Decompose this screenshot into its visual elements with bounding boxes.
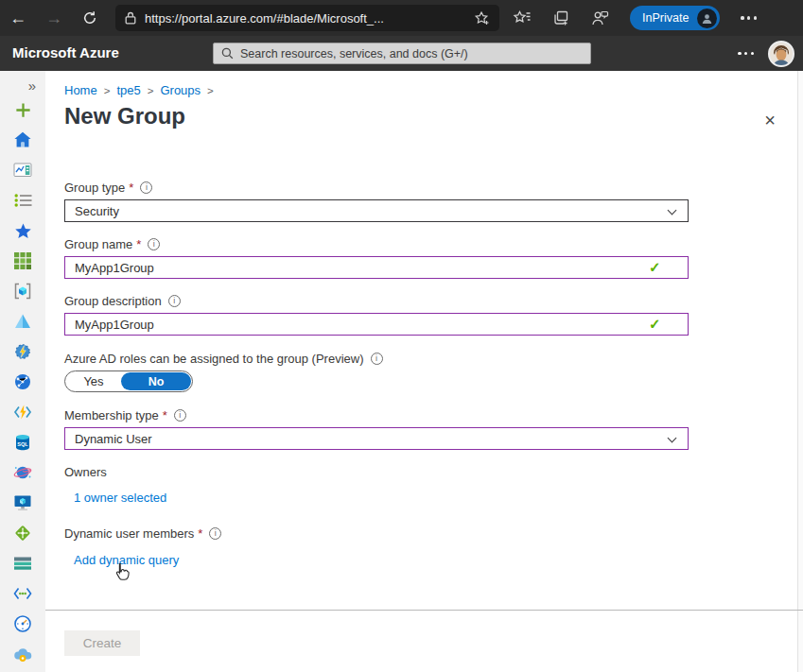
- pyramid-icon: [13, 313, 32, 330]
- dynamic-members-label: Dynamic user members* i: [64, 526, 221, 541]
- azure-more-icon[interactable]: [738, 52, 754, 55]
- gear-lightning-icon: [13, 342, 32, 361]
- breadcrumb: Home > tpe5 > Groups >: [64, 83, 214, 97]
- group-type-value: Security: [75, 204, 119, 218]
- sidebar-item-quickstart[interactable]: [0, 336, 45, 367]
- info-icon[interactable]: i: [168, 295, 181, 307]
- sidebar-item-dashboard[interactable]: [0, 155, 45, 185]
- svg-text:SQL: SQL: [17, 441, 28, 447]
- group-name-input[interactable]: [64, 256, 689, 279]
- breadcrumb-separator: >: [207, 85, 214, 96]
- sidebar-item-app-services[interactable]: [0, 306, 45, 336]
- all-resources-grid-icon: [14, 252, 31, 269]
- aad-roles-label: Azure AD roles can be assigned to the gr…: [64, 352, 383, 366]
- group-description-input[interactable]: [64, 313, 689, 336]
- sidebar-item-virtual-networks[interactable]: [0, 578, 45, 609]
- breadcrumb-separator: >: [104, 85, 111, 96]
- sidebar-item-advisor[interactable]: [0, 639, 45, 669]
- toggle-option-yes[interactable]: Yes: [65, 371, 122, 391]
- inprivate-badge[interactable]: InPrivate: [630, 6, 720, 30]
- collections-icon[interactable]: [552, 9, 570, 26]
- mouse-cursor: [113, 562, 131, 587]
- virtual-network-icon: [13, 587, 32, 600]
- group-type-select[interactable]: Security: [64, 199, 689, 222]
- sidebar-item-monitor[interactable]: [0, 609, 45, 639]
- info-icon[interactable]: i: [209, 527, 221, 540]
- required-asterisk: *: [136, 237, 141, 251]
- close-icon[interactable]: ×: [764, 111, 776, 129]
- chevron-down-icon: [668, 434, 677, 443]
- valid-check-icon: ✓: [649, 259, 661, 276]
- info-icon[interactable]: i: [371, 353, 383, 365]
- sidebar-item-load-balancers[interactable]: [0, 518, 45, 548]
- required-asterisk: *: [198, 526, 202, 541]
- function-lightning-icon: [13, 403, 32, 422]
- azure-header: Microsoft Azure: [0, 36, 803, 71]
- sidebar-expand-icon[interactable]: »: [28, 71, 45, 95]
- sidebar-item-storage-accounts[interactable]: [0, 548, 45, 578]
- membership-type-select[interactable]: Dynamic User: [64, 427, 689, 450]
- browser-actions: InPrivate: [513, 6, 757, 30]
- azure-brand[interactable]: Microsoft Azure: [12, 44, 119, 60]
- breadcrumb-groups[interactable]: Groups: [160, 83, 201, 97]
- url-text[interactable]: https://portal.azure.com/#blade/Microsof…: [145, 11, 465, 26]
- sidebar-item-home[interactable]: [0, 125, 45, 155]
- storage-account-icon: [13, 556, 32, 571]
- virtual-machine-icon: [13, 493, 32, 512]
- group-name-label: Group name* i: [64, 237, 160, 251]
- browser-back-icon[interactable]: ←: [0, 9, 36, 28]
- sidebar-item-resource-groups[interactable]: [0, 276, 45, 306]
- blade-scrollbar[interactable]: [797, 71, 803, 672]
- global-search[interactable]: [213, 43, 591, 64]
- browser-refresh-icon[interactable]: [72, 10, 108, 26]
- membership-type-label: Membership type* i: [64, 408, 186, 422]
- monitor-gauge-icon: [13, 614, 32, 633]
- new-group-blade: Home > tpe5 > Groups > New Group × Group…: [45, 71, 803, 672]
- sidebar-item-function-app[interactable]: [0, 397, 45, 427]
- search-icon: [221, 47, 234, 60]
- sidebar-item-cosmos-db[interactable]: [0, 457, 45, 488]
- info-icon[interactable]: i: [174, 409, 186, 422]
- browser-chrome: ← → https://portal.azure.com/#blade/Micr…: [0, 0, 803, 36]
- sql-database-icon: SQL: [13, 433, 32, 452]
- breadcrumb-home[interactable]: Home: [64, 83, 97, 97]
- all-services-icon: [14, 193, 32, 208]
- address-bar[interactable]: https://portal.azure.com/#blade/Microsof…: [115, 5, 499, 31]
- inprivate-avatar-icon: [697, 9, 717, 28]
- chevron-down-icon: [668, 206, 677, 215]
- sidebar-item-all-resources[interactable]: [0, 246, 45, 276]
- sidebar-item-all-services[interactable]: [0, 185, 45, 215]
- membership-type-value: Dynamic User: [75, 432, 152, 446]
- advisor-cloud-icon: [13, 646, 32, 663]
- account-avatar[interactable]: [768, 41, 794, 67]
- create-button[interactable]: Create: [64, 630, 140, 656]
- info-icon[interactable]: i: [140, 181, 152, 194]
- sidebar-item-app-globe[interactable]: [0, 367, 45, 397]
- aad-roles-toggle[interactable]: Yes No: [64, 370, 193, 392]
- sidebar-item-favorites[interactable]: [0, 215, 45, 246]
- load-balancer-icon: [13, 524, 32, 543]
- dashboard-icon: [13, 162, 32, 179]
- favorite-this-page-icon[interactable]: [474, 10, 490, 26]
- breadcrumb-separator: >: [148, 85, 154, 96]
- browser-settings-icon[interactable]: [741, 16, 757, 19]
- profile-feedback-icon[interactable]: [591, 9, 609, 26]
- required-asterisk: *: [129, 181, 133, 195]
- owners-label: Owners: [64, 465, 107, 479]
- favorites-icon[interactable]: [513, 9, 532, 26]
- sidebar-item-sql-databases[interactable]: SQL: [0, 427, 45, 457]
- group-description-label: Group description i: [64, 294, 181, 308]
- home-icon: [13, 130, 32, 149]
- search-input[interactable]: [240, 47, 583, 60]
- cosmos-db-icon: [13, 463, 32, 482]
- toggle-option-no[interactable]: No: [121, 372, 191, 390]
- info-icon[interactable]: i: [148, 238, 160, 250]
- footer-divider: [45, 610, 803, 611]
- browser-forward-icon[interactable]: →: [36, 9, 72, 28]
- owners-selected-link[interactable]: 1 owner selected: [74, 491, 166, 505]
- valid-check-icon: ✓: [649, 316, 661, 333]
- page-title: New Group: [64, 103, 185, 129]
- breadcrumb-tpe5[interactable]: tpe5: [116, 83, 140, 97]
- sidebar-item-virtual-machines[interactable]: [0, 488, 45, 518]
- sidebar-item-create-resource[interactable]: [0, 95, 45, 125]
